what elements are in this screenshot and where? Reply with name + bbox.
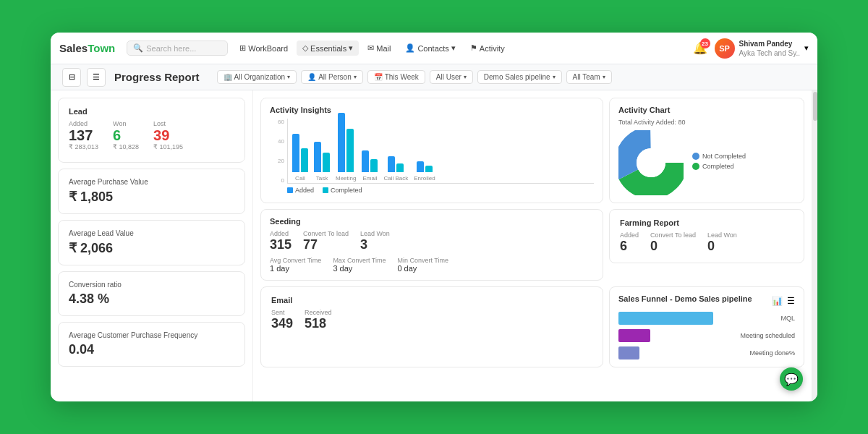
farming-title: Farming Report bbox=[620, 218, 793, 227]
notification-count: 23 bbox=[700, 38, 710, 48]
organization-icon: 🏢 bbox=[224, 73, 232, 81]
pie-not-completed-label: 32.5% bbox=[658, 151, 673, 156]
funnel-bar-container: MQL Meeting scheduled bbox=[618, 312, 795, 359]
lead-stats: Added 137 ₹ 283,013 Won 6 ₹ 10,828 Lost … bbox=[69, 120, 234, 150]
funnel-label-meeting-scheduled: Meeting scheduled bbox=[730, 332, 795, 339]
bar-label-meeting: Meeting bbox=[336, 175, 356, 182]
seeding-card: Seeding Added 315 Convert To lead 77 Lea… bbox=[260, 209, 603, 281]
farming-section: Farming Report Added 6 Convert To lead 0 bbox=[609, 209, 804, 281]
seeding-added: Added 315 bbox=[270, 230, 292, 252]
pie-container: 67.5% 32.5% Not Completed Completed bbox=[618, 130, 795, 195]
filter-all-team[interactable]: All Team ▾ bbox=[566, 70, 612, 84]
notification-bell[interactable]: 🔔 23 bbox=[693, 41, 707, 55]
user-avatar: SP bbox=[715, 38, 735, 59]
scrollbar[interactable] bbox=[812, 90, 817, 401]
search-icon: 🔍 bbox=[133, 43, 143, 53]
activity-icon: ⚑ bbox=[470, 43, 477, 53]
completed-dot bbox=[692, 163, 699, 170]
essentials-caret: ▾ bbox=[349, 43, 353, 53]
search-box[interactable]: 🔍 Search here... bbox=[127, 41, 228, 56]
legend-added: Added bbox=[287, 187, 314, 194]
avg-lead-value: ₹ 2,066 bbox=[69, 240, 234, 256]
bar-chart-bars: Call Task bbox=[287, 119, 594, 184]
view-toggle-grid[interactable]: ⊟ bbox=[62, 68, 81, 87]
filter-all-user[interactable]: All User ▾ bbox=[430, 70, 473, 84]
lead-added: Added 137 ₹ 283,013 bbox=[69, 120, 98, 150]
bar-label-email: Email bbox=[362, 175, 377, 182]
not-completed-dot bbox=[692, 153, 699, 160]
pie-completed-label: 67.5% bbox=[640, 162, 655, 167]
scrollbar-thumb[interactable] bbox=[813, 92, 817, 121]
nav-activity[interactable]: ⚑ Activity bbox=[464, 41, 511, 56]
avg-purchase-label: Average Purchase Value bbox=[69, 178, 234, 186]
email-title: Email bbox=[271, 296, 592, 305]
avg-purchase-value: ₹ 1,805 bbox=[69, 189, 234, 205]
bar-group-email: Email bbox=[362, 150, 378, 182]
nav-essentials[interactable]: ◇ Essentials ▾ bbox=[297, 41, 359, 56]
farming-card: Farming Report Added 6 Convert To lead 0 bbox=[609, 209, 804, 263]
left-panel: Lead Added 137 ₹ 283,013 Won 6 ₹ 10,828 … bbox=[51, 90, 253, 401]
y-axis-20: 20 bbox=[270, 158, 284, 164]
view-toggle-list[interactable]: ☰ bbox=[87, 68, 106, 87]
avg-lead-card: Average Lead Value ₹ 2,066 bbox=[58, 220, 245, 265]
filter-this-week[interactable]: 📅 This Week bbox=[367, 70, 425, 84]
bar-row-task bbox=[314, 142, 330, 172]
user-details: Shivam Pandey Ayka Tech and Sy.. bbox=[739, 39, 801, 58]
min-convert: Min Convert Time 0 day bbox=[397, 257, 448, 273]
filter-pipeline[interactable]: Demo Sales pipeline ▾ bbox=[477, 70, 562, 84]
farming-added: Added 6 bbox=[620, 231, 639, 254]
avg-purchase-card: Average Purchase Value ₹ 1,805 bbox=[58, 169, 245, 214]
lead-card: Lead Added 137 ₹ 283,013 Won 6 ₹ 10,828 … bbox=[58, 98, 245, 163]
bar-group-callback: Call Back bbox=[383, 156, 408, 182]
top-navigation: SalesTown 🔍 Search here... ⊞ WorkBoard ◇… bbox=[51, 33, 817, 64]
main-content: Lead Added 137 ₹ 283,013 Won 6 ₹ 10,828 … bbox=[51, 90, 817, 401]
bar-chart-icon[interactable]: 📊 bbox=[772, 296, 783, 306]
nav-right: 🔔 23 SP Shivam Pandey Ayka Tech and Sy..… bbox=[693, 38, 809, 59]
filter-person[interactable]: 👤 All Person ▾ bbox=[301, 70, 363, 84]
seeding-farming-row: Seeding Added 315 Convert To lead 77 Lea… bbox=[260, 209, 804, 281]
chat-bubble[interactable]: 💬 bbox=[780, 367, 803, 391]
sales-funnel-section: Sales Funnel - Demo Sales pipeline 📊 ☰ bbox=[609, 286, 804, 367]
lead-added-amount: ₹ 283,013 bbox=[69, 143, 98, 150]
logo-sales: Sales bbox=[59, 42, 88, 54]
bar-meeting-added bbox=[338, 113, 345, 172]
nav-workboard[interactable]: ⊞ WorkBoard bbox=[234, 41, 294, 56]
activity-chart-title: Activity Chart bbox=[618, 106, 795, 114]
nav-contacts[interactable]: 👤 Contacts ▾ bbox=[399, 41, 461, 56]
legend-completed-pie: Completed bbox=[692, 163, 746, 170]
y-axis-60: 60 bbox=[270, 119, 284, 125]
bar-callback-added bbox=[388, 156, 395, 172]
user-dropdown-caret[interactable]: ▾ bbox=[804, 43, 809, 53]
seeding-sub-stats: Avg Convert Time 1 day Max Convert Time … bbox=[270, 257, 594, 273]
right-panel: Activity Insights 60 40 20 0 bbox=[253, 90, 812, 401]
user-info[interactable]: SP Shivam Pandey Ayka Tech and Sy.. ▾ bbox=[715, 38, 809, 59]
funnel-label-mql: MQL bbox=[730, 315, 795, 322]
email-stats-row: Sent 349 Received 518 bbox=[271, 309, 592, 331]
funnel-menu-icon[interactable]: ☰ bbox=[787, 296, 795, 306]
sales-funnel-card: Sales Funnel - Demo Sales pipeline 📊 ☰ bbox=[609, 286, 804, 367]
funnel-row-meeting-scheduled: Meeting scheduled bbox=[618, 329, 795, 342]
filter-organization[interactable]: 🏢 All Organization ▾ bbox=[217, 70, 297, 84]
mail-icon: ✉ bbox=[367, 43, 374, 53]
legend-not-completed: Not Completed bbox=[692, 153, 746, 160]
bar-group-meeting: Meeting bbox=[336, 113, 356, 182]
conversion-ratio-label: Conversion ratio bbox=[69, 281, 234, 289]
avg-lead-label: Average Lead Value bbox=[69, 229, 234, 237]
essentials-icon: ◇ bbox=[302, 43, 308, 53]
funnel-bar-meeting-done bbox=[618, 346, 639, 359]
nav-mail[interactable]: ✉ Mail bbox=[362, 41, 396, 56]
calendar-icon: 📅 bbox=[374, 73, 383, 81]
bar-email-added bbox=[362, 150, 369, 172]
funnel-bar-mql bbox=[618, 312, 713, 325]
bar-meeting-completed bbox=[346, 129, 354, 172]
lead-won: Won 6 ₹ 10,828 bbox=[113, 120, 139, 150]
legend-added-dot bbox=[287, 187, 293, 193]
bar-call-completed bbox=[301, 148, 308, 172]
legend-completed: Completed bbox=[323, 187, 362, 194]
search-placeholder: Search here... bbox=[146, 44, 196, 53]
funnel-row-meeting-done: Meeting done% bbox=[618, 346, 795, 359]
bar-enrolled-completed bbox=[425, 166, 433, 172]
activity-insights-title: Activity Insights bbox=[270, 106, 594, 114]
lead-won-amount: ₹ 10,828 bbox=[113, 143, 139, 150]
bar-group-task: Task bbox=[314, 142, 330, 182]
